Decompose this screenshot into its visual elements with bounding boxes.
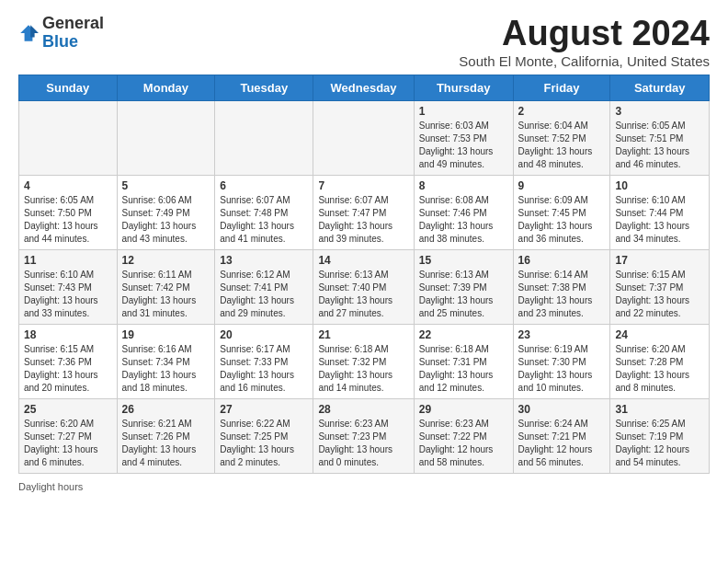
day-info: Sunrise: 6:24 AM Sunset: 7:21 PM Dayligh… [518, 418, 606, 469]
main-title: August 2024 [459, 15, 710, 53]
calendar-cell: 6Sunrise: 6:07 AM Sunset: 7:48 PM Daylig… [215, 175, 313, 249]
day-info: Sunrise: 6:20 AM Sunset: 7:27 PM Dayligh… [24, 418, 112, 469]
day-info: Sunrise: 6:09 AM Sunset: 7:45 PM Dayligh… [518, 194, 606, 246]
calendar-week-row: 11Sunrise: 6:10 AM Sunset: 7:43 PM Dayli… [19, 249, 710, 324]
day-info: Sunrise: 6:10 AM Sunset: 7:44 PM Dayligh… [615, 194, 704, 246]
calendar-cell: 14Sunrise: 6:13 AM Sunset: 7:40 PM Dayli… [313, 249, 414, 324]
calendar-cell: 3Sunrise: 6:05 AM Sunset: 7:51 PM Daylig… [610, 100, 710, 175]
logo-blue: Blue [42, 32, 78, 51]
calendar-cell [117, 100, 215, 175]
calendar-cell: 27Sunrise: 6:22 AM Sunset: 7:25 PM Dayli… [215, 398, 313, 473]
day-number: 21 [318, 328, 408, 341]
day-number: 28 [318, 403, 408, 416]
day-number: 10 [615, 179, 704, 192]
calendar-cell [313, 100, 414, 175]
calendar-cell: 5Sunrise: 6:06 AM Sunset: 7:49 PM Daylig… [117, 175, 215, 249]
day-number: 17 [615, 254, 704, 267]
day-number: 29 [419, 403, 508, 416]
calendar-header-sunday: Sunday [19, 75, 118, 100]
day-number: 13 [220, 254, 308, 267]
logo-general: General [42, 14, 104, 32]
day-number: 23 [518, 328, 606, 341]
day-number: 31 [615, 403, 704, 416]
day-number: 11 [24, 254, 112, 267]
svg-marker-1 [30, 25, 39, 37]
day-number: 19 [122, 328, 210, 341]
day-info: Sunrise: 6:06 AM Sunset: 7:49 PM Dayligh… [122, 194, 210, 246]
day-number: 12 [122, 254, 210, 267]
day-info: Sunrise: 6:07 AM Sunset: 7:48 PM Dayligh… [220, 194, 308, 246]
calendar-week-row: 18Sunrise: 6:15 AM Sunset: 7:36 PM Dayli… [19, 324, 710, 398]
calendar-header-wednesday: Wednesday [313, 75, 414, 100]
day-number: 22 [419, 328, 508, 341]
day-number: 5 [122, 179, 210, 192]
calendar-cell: 28Sunrise: 6:23 AM Sunset: 7:23 PM Dayli… [313, 398, 414, 473]
calendar-week-row: 25Sunrise: 6:20 AM Sunset: 7:27 PM Dayli… [19, 398, 710, 473]
page-header: General Blue August 2024 South El Monte,… [18, 15, 710, 69]
calendar-cell: 13Sunrise: 6:12 AM Sunset: 7:41 PM Dayli… [215, 249, 313, 324]
day-info: Sunrise: 6:25 AM Sunset: 7:19 PM Dayligh… [615, 418, 704, 469]
calendar-cell: 11Sunrise: 6:10 AM Sunset: 7:43 PM Dayli… [19, 249, 118, 324]
day-number: 4 [24, 179, 112, 192]
calendar-header-tuesday: Tuesday [215, 75, 313, 100]
calendar-cell: 10Sunrise: 6:10 AM Sunset: 7:44 PM Dayli… [610, 175, 710, 249]
day-info: Sunrise: 6:12 AM Sunset: 7:41 PM Dayligh… [220, 269, 308, 320]
calendar-cell: 2Sunrise: 6:04 AM Sunset: 7:52 PM Daylig… [513, 100, 610, 175]
day-number: 18 [24, 328, 112, 341]
day-number: 8 [419, 179, 508, 192]
day-number: 20 [220, 328, 308, 341]
subtitle: South El Monte, California, United State… [459, 53, 710, 69]
day-info: Sunrise: 6:22 AM Sunset: 7:25 PM Dayligh… [220, 418, 308, 469]
day-number: 14 [318, 254, 408, 267]
day-info: Sunrise: 6:15 AM Sunset: 7:36 PM Dayligh… [24, 343, 112, 395]
calendar-header-monday: Monday [117, 75, 215, 100]
day-info: Sunrise: 6:05 AM Sunset: 7:50 PM Dayligh… [24, 194, 112, 246]
day-number: 24 [615, 328, 704, 341]
calendar-cell: 15Sunrise: 6:13 AM Sunset: 7:39 PM Dayli… [414, 249, 513, 324]
calendar-table: SundayMondayTuesdayWednesdayThursdayFrid… [18, 75, 710, 474]
calendar-header-thursday: Thursday [414, 75, 513, 100]
day-info: Sunrise: 6:18 AM Sunset: 7:32 PM Dayligh… [318, 343, 408, 395]
day-number: 26 [122, 403, 210, 416]
calendar-cell: 29Sunrise: 6:23 AM Sunset: 7:22 PM Dayli… [414, 398, 513, 473]
calendar-cell [215, 100, 313, 175]
day-info: Sunrise: 6:04 AM Sunset: 7:52 PM Dayligh… [518, 120, 606, 171]
day-info: Sunrise: 6:19 AM Sunset: 7:30 PM Dayligh… [518, 343, 606, 395]
day-number: 25 [24, 403, 112, 416]
calendar-header-friday: Friday [513, 75, 610, 100]
calendar-week-row: 1Sunrise: 6:03 AM Sunset: 7:53 PM Daylig… [19, 100, 710, 175]
day-number: 1 [419, 105, 508, 118]
calendar-cell: 17Sunrise: 6:15 AM Sunset: 7:37 PM Dayli… [610, 249, 710, 324]
day-number: 27 [220, 403, 308, 416]
calendar-cell: 21Sunrise: 6:18 AM Sunset: 7:32 PM Dayli… [313, 324, 414, 398]
day-number: 15 [419, 254, 508, 267]
footer-note: Daylight hours [18, 481, 710, 492]
calendar-cell: 22Sunrise: 6:18 AM Sunset: 7:31 PM Dayli… [414, 324, 513, 398]
day-info: Sunrise: 6:17 AM Sunset: 7:33 PM Dayligh… [220, 343, 308, 395]
calendar-cell: 23Sunrise: 6:19 AM Sunset: 7:30 PM Dayli… [513, 324, 610, 398]
footer-text: Daylight hours [18, 481, 83, 492]
day-number: 3 [615, 105, 704, 118]
calendar-cell: 19Sunrise: 6:16 AM Sunset: 7:34 PM Dayli… [117, 324, 215, 398]
calendar-cell [19, 100, 118, 175]
calendar-cell: 8Sunrise: 6:08 AM Sunset: 7:46 PM Daylig… [414, 175, 513, 249]
day-info: Sunrise: 6:14 AM Sunset: 7:38 PM Dayligh… [518, 269, 606, 320]
logo-text: General Blue [42, 15, 104, 52]
day-number: 6 [220, 179, 308, 192]
logo-icon [18, 23, 39, 43]
day-info: Sunrise: 6:20 AM Sunset: 7:28 PM Dayligh… [615, 343, 704, 395]
day-info: Sunrise: 6:08 AM Sunset: 7:46 PM Dayligh… [419, 194, 508, 246]
calendar-cell: 16Sunrise: 6:14 AM Sunset: 7:38 PM Dayli… [513, 249, 610, 324]
calendar-header-row: SundayMondayTuesdayWednesdayThursdayFrid… [19, 75, 710, 100]
day-number: 16 [518, 254, 606, 267]
calendar-header-saturday: Saturday [610, 75, 710, 100]
calendar-cell: 20Sunrise: 6:17 AM Sunset: 7:33 PM Dayli… [215, 324, 313, 398]
day-info: Sunrise: 6:11 AM Sunset: 7:42 PM Dayligh… [122, 269, 210, 320]
day-number: 30 [518, 403, 606, 416]
calendar-cell: 7Sunrise: 6:07 AM Sunset: 7:47 PM Daylig… [313, 175, 414, 249]
calendar-cell: 31Sunrise: 6:25 AM Sunset: 7:19 PM Dayli… [610, 398, 710, 473]
calendar-cell: 30Sunrise: 6:24 AM Sunset: 7:21 PM Dayli… [513, 398, 610, 473]
calendar-cell: 18Sunrise: 6:15 AM Sunset: 7:36 PM Dayli… [19, 324, 118, 398]
day-info: Sunrise: 6:05 AM Sunset: 7:51 PM Dayligh… [615, 120, 704, 171]
calendar-week-row: 4Sunrise: 6:05 AM Sunset: 7:50 PM Daylig… [19, 175, 710, 249]
